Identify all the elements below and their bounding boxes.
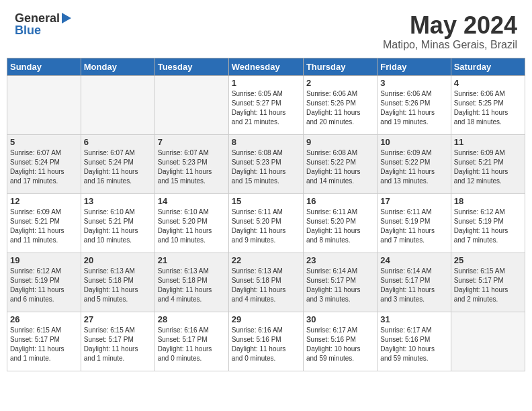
day-number: 13 [84,196,152,206]
day-info: Sunrise: 6:12 AM Sunset: 5:19 PM Dayligh… [454,208,522,245]
day-number: 28 [158,314,226,324]
day-info: Sunrise: 6:09 AM Sunset: 5:21 PM Dayligh… [454,148,522,186]
calendar-day-cell: 27Sunrise: 6:15 AM Sunset: 5:17 PM Dayli… [81,312,154,371]
day-info: Sunrise: 6:15 AM Sunset: 5:17 PM Dayligh… [84,326,152,363]
day-number: 21 [158,255,226,265]
day-info: Sunrise: 6:09 AM Sunset: 5:22 PM Dayligh… [380,148,447,186]
day-info: Sunrise: 6:11 AM Sunset: 5:19 PM Dayligh… [380,208,447,245]
logo-general-text: General [15,12,60,24]
day-info: Sunrise: 6:11 AM Sunset: 5:20 PM Dayligh… [306,208,374,245]
calendar-day-cell: 29Sunrise: 6:16 AM Sunset: 5:16 PM Dayli… [228,312,303,371]
calendar-day-cell [451,312,525,371]
day-number: 17 [380,196,447,206]
location-title: Matipo, Minas Gerais, Brazil [383,39,517,51]
day-number: 24 [380,255,447,265]
calendar-day-cell: 28Sunrise: 6:16 AM Sunset: 5:17 PM Dayli… [154,312,228,371]
weekday-header-thursday: Thursday [303,58,377,75]
calendar-day-cell: 13Sunrise: 6:10 AM Sunset: 5:21 PM Dayli… [81,193,154,253]
day-number: 11 [454,137,522,147]
day-number: 6 [84,137,152,147]
calendar-day-cell: 3Sunrise: 6:06 AM Sunset: 5:26 PM Daylig… [378,75,451,134]
calendar-day-cell: 18Sunrise: 6:12 AM Sunset: 5:19 PM Dayli… [451,193,525,253]
calendar-day-cell: 8Sunrise: 6:08 AM Sunset: 5:23 PM Daylig… [228,134,303,193]
calendar-day-cell: 26Sunrise: 6:15 AM Sunset: 5:17 PM Dayli… [7,312,81,371]
day-info: Sunrise: 6:14 AM Sunset: 5:17 PM Dayligh… [306,267,374,304]
day-info: Sunrise: 6:06 AM Sunset: 5:26 PM Dayligh… [306,89,374,127]
calendar-day-cell: 21Sunrise: 6:13 AM Sunset: 5:18 PM Dayli… [154,253,228,312]
day-number: 9 [306,137,374,147]
day-number: 31 [380,314,447,324]
calendar-day-cell: 19Sunrise: 6:12 AM Sunset: 5:19 PM Dayli… [7,253,81,312]
page-header: General Blue May 2024 Matipo, Minas Gera… [7,7,525,54]
day-info: Sunrise: 6:08 AM Sunset: 5:23 PM Dayligh… [232,148,300,186]
calendar-week-row: 26Sunrise: 6:15 AM Sunset: 5:17 PM Dayli… [7,312,525,371]
weekday-header-friday: Friday [378,58,451,75]
calendar-day-cell: 5Sunrise: 6:07 AM Sunset: 5:24 PM Daylig… [7,134,81,193]
day-info: Sunrise: 6:15 AM Sunset: 5:17 PM Dayligh… [454,267,522,304]
calendar-day-cell: 1Sunrise: 6:05 AM Sunset: 5:27 PM Daylig… [228,75,303,134]
day-number: 1 [232,78,300,88]
weekday-header-row: SundayMondayTuesdayWednesdayThursdayFrid… [7,58,525,75]
day-number: 7 [158,137,226,147]
day-info: Sunrise: 6:12 AM Sunset: 5:19 PM Dayligh… [10,267,78,304]
calendar-day-cell [154,75,228,134]
calendar-day-cell: 25Sunrise: 6:15 AM Sunset: 5:17 PM Dayli… [451,253,525,312]
title-block: May 2024 Matipo, Minas Gerais, Brazil [383,12,517,51]
day-info: Sunrise: 6:13 AM Sunset: 5:18 PM Dayligh… [232,267,300,304]
calendar-day-cell: 30Sunrise: 6:17 AM Sunset: 5:16 PM Dayli… [303,312,377,371]
day-number: 27 [84,314,152,324]
calendar-day-cell: 12Sunrise: 6:09 AM Sunset: 5:21 PM Dayli… [7,193,81,253]
calendar-day-cell: 9Sunrise: 6:08 AM Sunset: 5:22 PM Daylig… [303,134,377,193]
weekday-header-monday: Monday [81,58,154,75]
calendar-day-cell: 6Sunrise: 6:07 AM Sunset: 5:24 PM Daylig… [81,134,154,193]
day-number: 10 [380,137,447,147]
calendar-week-row: 19Sunrise: 6:12 AM Sunset: 5:19 PM Dayli… [7,253,525,312]
calendar-day-cell: 2Sunrise: 6:06 AM Sunset: 5:26 PM Daylig… [303,75,377,134]
calendar-day-cell [81,75,154,134]
day-number: 23 [306,255,374,265]
day-number: 4 [454,78,522,88]
calendar-table: SundayMondayTuesdayWednesdayThursdayFrid… [7,58,525,371]
day-info: Sunrise: 6:13 AM Sunset: 5:18 PM Dayligh… [84,267,152,304]
day-number: 5 [10,137,78,147]
day-info: Sunrise: 6:10 AM Sunset: 5:21 PM Dayligh… [84,208,152,245]
day-number: 15 [232,196,300,206]
logo-blue-text: Blue [15,24,41,36]
calendar-day-cell: 31Sunrise: 6:17 AM Sunset: 5:16 PM Dayli… [378,312,451,371]
calendar-day-cell: 15Sunrise: 6:11 AM Sunset: 5:20 PM Dayli… [228,193,303,253]
day-number: 25 [454,255,522,265]
calendar-week-row: 1Sunrise: 6:05 AM Sunset: 5:27 PM Daylig… [7,75,525,134]
day-number: 8 [232,137,300,147]
month-title: May 2024 [383,12,517,39]
day-info: Sunrise: 6:07 AM Sunset: 5:24 PM Dayligh… [84,148,152,186]
day-info: Sunrise: 6:09 AM Sunset: 5:21 PM Dayligh… [10,208,78,245]
day-info: Sunrise: 6:10 AM Sunset: 5:20 PM Dayligh… [158,208,226,245]
day-number: 2 [306,78,374,88]
calendar-day-cell: 22Sunrise: 6:13 AM Sunset: 5:18 PM Dayli… [228,253,303,312]
day-number: 20 [84,255,152,265]
day-info: Sunrise: 6:17 AM Sunset: 5:16 PM Dayligh… [306,326,374,363]
calendar-day-cell: 24Sunrise: 6:14 AM Sunset: 5:17 PM Dayli… [378,253,451,312]
calendar-day-cell: 14Sunrise: 6:10 AM Sunset: 5:20 PM Dayli… [154,193,228,253]
day-number: 12 [10,196,78,206]
day-info: Sunrise: 6:13 AM Sunset: 5:18 PM Dayligh… [158,267,226,304]
calendar-day-cell: 11Sunrise: 6:09 AM Sunset: 5:21 PM Dayli… [451,134,525,193]
day-info: Sunrise: 6:16 AM Sunset: 5:17 PM Dayligh… [158,326,226,363]
logo: General Blue [15,12,72,36]
day-number: 29 [232,314,300,324]
day-number: 3 [380,78,447,88]
weekday-header-tuesday: Tuesday [154,58,228,75]
day-info: Sunrise: 6:07 AM Sunset: 5:23 PM Dayligh… [158,148,226,186]
day-info: Sunrise: 6:11 AM Sunset: 5:20 PM Dayligh… [232,208,300,245]
day-info: Sunrise: 6:14 AM Sunset: 5:17 PM Dayligh… [380,267,447,304]
calendar-day-cell: 20Sunrise: 6:13 AM Sunset: 5:18 PM Dayli… [81,253,154,312]
calendar-day-cell: 10Sunrise: 6:09 AM Sunset: 5:22 PM Dayli… [378,134,451,193]
weekday-header-sunday: Sunday [7,58,81,75]
calendar-day-cell: 23Sunrise: 6:14 AM Sunset: 5:17 PM Dayli… [303,253,377,312]
day-info: Sunrise: 6:06 AM Sunset: 5:26 PM Dayligh… [380,89,447,127]
calendar-day-cell: 17Sunrise: 6:11 AM Sunset: 5:19 PM Dayli… [378,193,451,253]
day-info: Sunrise: 6:08 AM Sunset: 5:22 PM Dayligh… [306,148,374,186]
day-info: Sunrise: 6:17 AM Sunset: 5:16 PM Dayligh… [380,326,447,363]
day-info: Sunrise: 6:06 AM Sunset: 5:25 PM Dayligh… [454,89,522,127]
day-info: Sunrise: 6:16 AM Sunset: 5:16 PM Dayligh… [232,326,300,363]
